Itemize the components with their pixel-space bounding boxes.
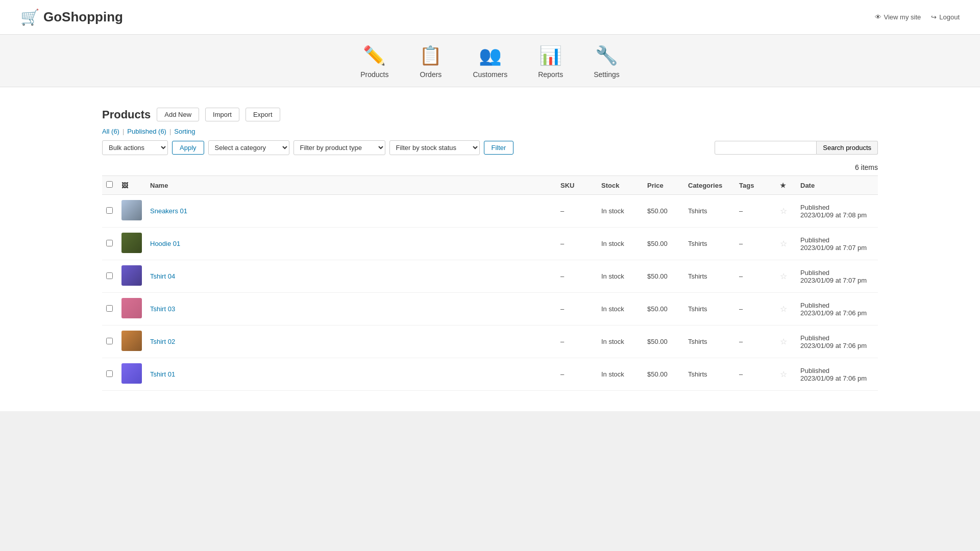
items-count-row: 6 items: [102, 163, 878, 171]
row-img-cell: [117, 293, 146, 325]
product-type-select[interactable]: Filter by product type: [293, 140, 385, 155]
product-name-link-tshirt-01[interactable]: Tshirt 01: [150, 370, 175, 378]
row-name-cell: Tshirt 02: [146, 325, 556, 358]
star-toggle-sneakers-01[interactable]: ☆: [780, 207, 787, 215]
col-header-check: [102, 176, 117, 195]
col-header-name: Name: [146, 176, 556, 195]
row-checkbox-tshirt-01[interactable]: [106, 370, 113, 377]
col-header-price: Price: [643, 176, 684, 195]
eye-icon: 👁: [875, 13, 881, 21]
import-button[interactable]: Import: [205, 108, 239, 121]
row-check-cell: [102, 293, 117, 325]
star-toggle-tshirt-02[interactable]: ☆: [780, 337, 787, 346]
product-thumbnail-sneakers-01: [121, 200, 142, 220]
date-value-tshirt-01: 2023/01/09 at 7:06 pm: [800, 374, 867, 382]
category-select[interactable]: Select a category: [208, 140, 289, 155]
product-name-link-tshirt-04[interactable]: Tshirt 04: [150, 272, 175, 280]
row-tags-cell: –: [735, 228, 776, 260]
filter-all-link[interactable]: All (6): [102, 128, 119, 135]
settings-icon: 🔧: [595, 45, 618, 66]
cart-icon: 🛒: [20, 8, 39, 26]
row-checkbox-tshirt-03[interactable]: [106, 305, 113, 312]
search-button[interactable]: Search products: [817, 141, 878, 155]
product-thumbnail-tshirt-01: [121, 363, 142, 384]
row-img-cell: [117, 228, 146, 260]
row-categories-cell: Tshirts: [684, 293, 735, 325]
row-stock-cell: In stock: [597, 195, 643, 228]
image-icon: 🖼: [121, 182, 128, 189]
row-img-cell: [117, 325, 146, 358]
star-toggle-hoodie-01[interactable]: ☆: [780, 239, 787, 248]
logo[interactable]: 🛒 GoShopping: [20, 8, 123, 26]
row-price-cell: $50.00: [643, 293, 684, 325]
col-header-img: 🖼: [117, 176, 146, 195]
apply-button[interactable]: Apply: [172, 141, 204, 155]
filter-published-link[interactable]: Published (6): [127, 128, 166, 135]
nav-item-settings[interactable]: 🔧 Settings: [594, 45, 620, 79]
star-toggle-tshirt-01[interactable]: ☆: [780, 370, 787, 379]
row-checkbox-hoodie-01[interactable]: [106, 240, 113, 246]
pencil-icon: ✏️: [363, 45, 386, 66]
row-tags-cell: –: [735, 260, 776, 293]
table-body: Sneakers 01 – In stock $50.00 Tshirts – …: [102, 195, 878, 391]
search-area: Search products: [715, 141, 878, 155]
logo-text: GoShopping: [43, 9, 123, 25]
row-date-cell: Published 2023/01/09 at 7:06 pm: [796, 358, 878, 391]
nav-item-customers[interactable]: 👥 Customers: [473, 45, 507, 79]
col-header-date: Date: [796, 176, 878, 195]
stock-status-select[interactable]: Filter by stock status: [389, 140, 480, 155]
page-title: Products: [102, 108, 151, 121]
page-title-row: Products Add New Import Export: [102, 108, 878, 121]
filter-sorting-link[interactable]: Sorting: [174, 128, 195, 135]
row-star-cell: ☆: [776, 293, 796, 325]
separator-1: |: [122, 128, 124, 135]
select-all-checkbox[interactable]: [106, 181, 113, 188]
products-table: 🖼 Name SKU Stock Price Categories Tags ★…: [102, 176, 878, 391]
bulk-actions-select[interactable]: Bulk actions: [102, 140, 168, 155]
view-site-link[interactable]: 👁 View my site: [875, 13, 921, 21]
logout-link[interactable]: ↪ Logout: [931, 13, 960, 21]
row-categories-cell: Tshirts: [684, 358, 735, 391]
row-price-cell: $50.00: [643, 195, 684, 228]
row-name-cell: Hoodie 01: [146, 228, 556, 260]
table-row: Tshirt 02 – In stock $50.00 Tshirts – ☆ …: [102, 325, 878, 358]
row-name-cell: Tshirt 04: [146, 260, 556, 293]
star-toggle-tshirt-04[interactable]: ☆: [780, 272, 787, 281]
row-sku-cell: –: [556, 325, 597, 358]
nav-item-reports[interactable]: 📊 Reports: [538, 45, 563, 79]
search-input[interactable]: [715, 141, 817, 155]
nav-item-products[interactable]: ✏️ Products: [360, 45, 388, 79]
row-categories-cell: Tshirts: [684, 260, 735, 293]
product-thumbnail-tshirt-04: [121, 265, 142, 286]
star-toggle-tshirt-03[interactable]: ☆: [780, 305, 787, 313]
row-img-cell: [117, 195, 146, 228]
row-check-cell: [102, 358, 117, 391]
row-tags-cell: –: [735, 293, 776, 325]
col-header-featured: ★: [776, 176, 796, 195]
date-value-tshirt-04: 2023/01/09 at 7:07 pm: [800, 277, 867, 284]
row-tags-cell: –: [735, 325, 776, 358]
row-checkbox-tshirt-02[interactable]: [106, 338, 113, 344]
row-tags-cell: –: [735, 195, 776, 228]
main-content: Products Add New Import Export All (6) |…: [0, 87, 980, 411]
row-checkbox-tshirt-04[interactable]: [106, 272, 113, 279]
row-check-cell: [102, 325, 117, 358]
nav-item-orders[interactable]: 📋 Orders: [419, 45, 442, 79]
filter-button[interactable]: Filter: [484, 141, 514, 155]
row-categories-cell: Tshirts: [684, 325, 735, 358]
product-name-link-tshirt-02[interactable]: Tshirt 02: [150, 338, 175, 345]
row-star-cell: ☆: [776, 195, 796, 228]
product-name-link-hoodie-01[interactable]: Hoodie 01: [150, 240, 180, 247]
date-value-tshirt-03: 2023/01/09 at 7:06 pm: [800, 309, 867, 317]
col-header-tags: Tags: [735, 176, 776, 195]
row-check-cell: [102, 228, 117, 260]
date-status-tshirt-03: Published: [800, 302, 829, 309]
col-header-stock: Stock: [597, 176, 643, 195]
row-checkbox-sneakers-01[interactable]: [106, 207, 113, 214]
export-button[interactable]: Export: [246, 108, 280, 121]
nav-label-reports: Reports: [538, 70, 563, 79]
product-name-link-tshirt-03[interactable]: Tshirt 03: [150, 305, 175, 313]
row-check-cell: [102, 195, 117, 228]
add-new-button[interactable]: Add New: [157, 108, 199, 121]
product-name-link-sneakers-01[interactable]: Sneakers 01: [150, 207, 187, 215]
